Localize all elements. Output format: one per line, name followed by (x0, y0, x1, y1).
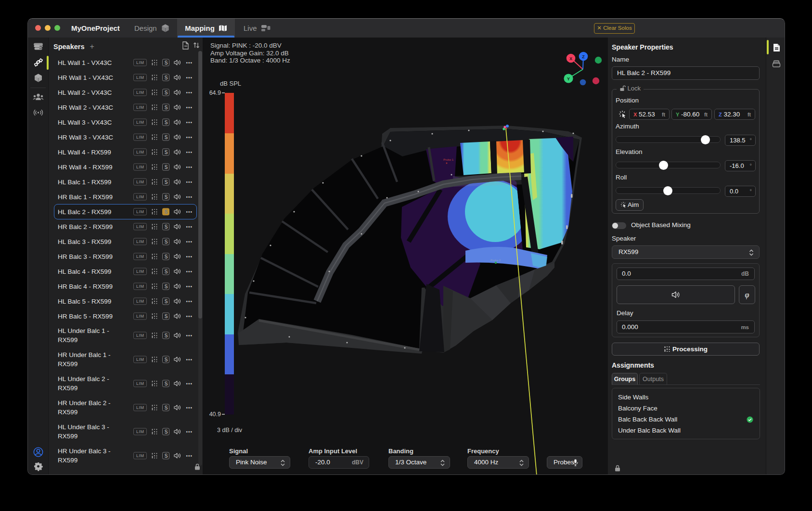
svg-text:Probe 1: Probe 1 (443, 158, 454, 161)
svg-text:Probe 2: Probe 2 (490, 259, 501, 262)
svg-text:3 dB / div: 3 dB / div (217, 427, 243, 434)
svg-text:Y: Y (567, 77, 570, 81)
svg-text:dB SPL: dB SPL (220, 80, 241, 87)
svg-text:X: X (569, 56, 572, 61)
svg-text:64.9: 64.9 (209, 89, 221, 96)
svg-text:Z: Z (582, 54, 585, 59)
svg-text:40.9: 40.9 (209, 411, 221, 418)
